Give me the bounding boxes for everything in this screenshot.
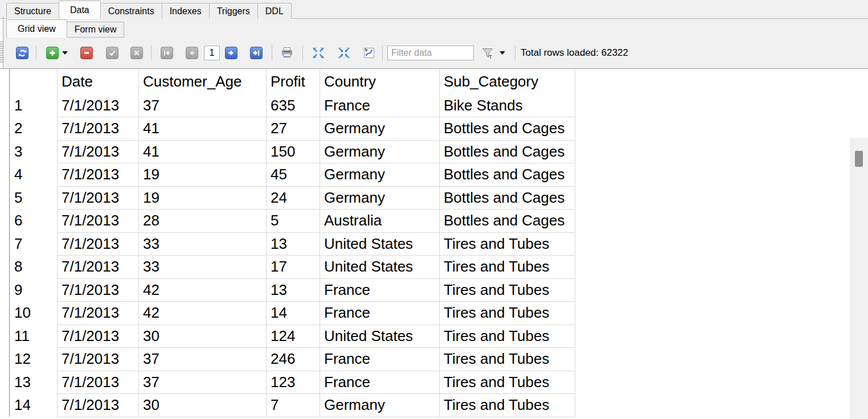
add-row-button[interactable] [46, 47, 59, 59]
cell-date[interactable]: 7/1/2013 [58, 256, 139, 279]
cell-customer-age[interactable]: 41 [139, 140, 267, 163]
fit-columns-expand-button[interactable] [311, 46, 326, 60]
column-header-customer-age[interactable]: Customer_Age [139, 69, 267, 94]
cell-date[interactable]: 7/1/2013 [58, 117, 139, 141]
commit-button[interactable] [106, 47, 118, 59]
column-header-date[interactable]: Date [58, 69, 139, 94]
view-tab-form-view[interactable]: Form view [67, 22, 125, 38]
cell-date[interactable]: 7/1/2013 [58, 94, 139, 117]
cell-date[interactable]: 7/1/2013 [58, 394, 139, 417]
cell-customer-age[interactable]: 19 [139, 186, 267, 209]
cell-sub-category[interactable]: Tires and Tubes [440, 302, 575, 325]
cell-country[interactable]: Germany [320, 394, 440, 417]
cell-customer-age[interactable]: 37 [139, 348, 267, 371]
cell-profit[interactable]: 150 [267, 140, 320, 163]
filter-dropdown-icon[interactable] [499, 51, 505, 55]
cell-customer-age[interactable]: 19 [139, 163, 267, 187]
cell-sub-category[interactable]: Tires and Tubes [440, 394, 575, 417]
cell-profit[interactable]: 45 [267, 163, 320, 187]
corner-cell[interactable] [10, 69, 58, 94]
cell-sub-category[interactable]: Tires and Tubes [440, 371, 575, 394]
cell-country[interactable]: France [320, 94, 440, 117]
cell-customer-age[interactable]: 37 [139, 371, 267, 394]
cell-date[interactable]: 7/1/2013 [58, 371, 139, 394]
cell-country[interactable]: Germany [320, 117, 440, 141]
cell-sub-category[interactable]: Tires and Tubes [440, 278, 575, 302]
cell-sub-category[interactable]: Bottles and Cages [440, 117, 575, 141]
column-header-sub-category[interactable]: Sub_Category [440, 69, 575, 94]
page-number-input[interactable] [204, 46, 220, 60]
cell-date[interactable]: 7/1/2013 [58, 232, 139, 256]
fit-columns-collapse-button[interactable] [337, 46, 351, 60]
view-tab-grid-view[interactable]: Grid view [6, 19, 67, 38]
add-row-dropdown-icon[interactable] [62, 51, 68, 55]
row-number[interactable]: 4 [10, 163, 58, 187]
cell-country[interactable]: Australia [320, 209, 440, 233]
tab-ddl[interactable]: DDL [257, 3, 292, 19]
cell-profit[interactable]: 7 [267, 394, 320, 417]
row-number[interactable]: 14 [10, 394, 58, 417]
cell-date[interactable]: 7/1/2013 [58, 209, 139, 233]
cell-date[interactable]: 7/1/2013 [58, 348, 139, 371]
cell-customer-age[interactable]: 33 [139, 256, 267, 279]
cell-sub-category[interactable]: Bike Stands [440, 94, 575, 117]
cell-country[interactable]: Germany [320, 140, 440, 163]
row-number[interactable]: 12 [10, 348, 58, 371]
cell-sub-category[interactable]: Bottles and Cages [440, 140, 575, 163]
cell-sub-category[interactable]: Tires and Tubes [440, 324, 575, 348]
cell-profit[interactable]: 14 [267, 302, 320, 325]
cell-customer-age[interactable]: 28 [139, 209, 267, 233]
column-header-country[interactable]: Country [320, 69, 440, 94]
cell-date[interactable]: 7/1/2013 [58, 324, 139, 348]
cell-country[interactable]: France [320, 302, 440, 325]
cell-customer-age[interactable]: 30 [139, 324, 267, 348]
cell-date[interactable]: 7/1/2013 [58, 278, 139, 302]
cell-customer-age[interactable]: 37 [139, 94, 267, 117]
tab-indexes[interactable]: Indexes [162, 3, 210, 19]
tab-data[interactable]: Data [59, 1, 101, 19]
prev-page-button[interactable] [186, 47, 198, 59]
row-number[interactable]: 13 [10, 371, 58, 394]
last-page-button[interactable] [250, 47, 263, 59]
tab-structure[interactable]: Structure [6, 3, 59, 19]
cell-profit[interactable]: 24 [267, 186, 320, 209]
cell-profit[interactable]: 246 [267, 348, 320, 371]
cell-date[interactable]: 7/1/2013 [58, 302, 139, 325]
first-page-button[interactable] [161, 47, 173, 59]
cell-country[interactable]: United States [320, 256, 440, 279]
cell-customer-age[interactable]: 33 [139, 232, 267, 256]
row-number[interactable]: 2 [10, 117, 58, 141]
cell-country[interactable]: United States [320, 324, 440, 348]
tab-constraints[interactable]: Constraints [100, 3, 162, 19]
filter-data-input[interactable] [387, 46, 474, 60]
vertical-scrollbar[interactable] [850, 138, 868, 419]
delete-row-button[interactable] [80, 47, 93, 59]
cell-sub-category[interactable]: Bottles and Cages [440, 163, 575, 187]
cell-sub-category[interactable]: Bottles and Cages [440, 209, 575, 233]
paint-format-button[interactable] [362, 46, 376, 60]
column-header-profit[interactable]: Profit [267, 69, 320, 94]
cell-customer-age[interactable]: 41 [139, 117, 267, 141]
rollback-button[interactable] [130, 47, 143, 59]
cell-country[interactable]: Germany [320, 186, 440, 209]
row-number[interactable]: 1 [10, 94, 58, 117]
tab-triggers[interactable]: Triggers [209, 3, 258, 19]
cell-sub-category[interactable]: Bottles and Cages [440, 186, 575, 209]
cell-date[interactable]: 7/1/2013 [58, 163, 139, 187]
row-number[interactable]: 11 [10, 324, 58, 348]
row-number[interactable]: 5 [10, 186, 58, 209]
row-number[interactable]: 6 [10, 209, 58, 233]
print-button[interactable] [280, 46, 294, 60]
cell-profit[interactable]: 17 [267, 256, 320, 279]
cell-profit[interactable]: 124 [267, 324, 320, 348]
cell-country[interactable]: France [320, 348, 440, 371]
cell-date[interactable]: 7/1/2013 [58, 186, 139, 209]
row-number[interactable]: 9 [10, 278, 58, 302]
cell-country[interactable]: France [320, 278, 440, 302]
row-number[interactable]: 7 [10, 232, 58, 256]
cell-customer-age[interactable]: 42 [139, 302, 267, 325]
refresh-button[interactable] [16, 47, 28, 59]
row-number[interactable]: 10 [10, 302, 58, 325]
cell-profit[interactable]: 5 [267, 209, 320, 233]
cell-sub-category[interactable]: Tires and Tubes [440, 256, 575, 279]
